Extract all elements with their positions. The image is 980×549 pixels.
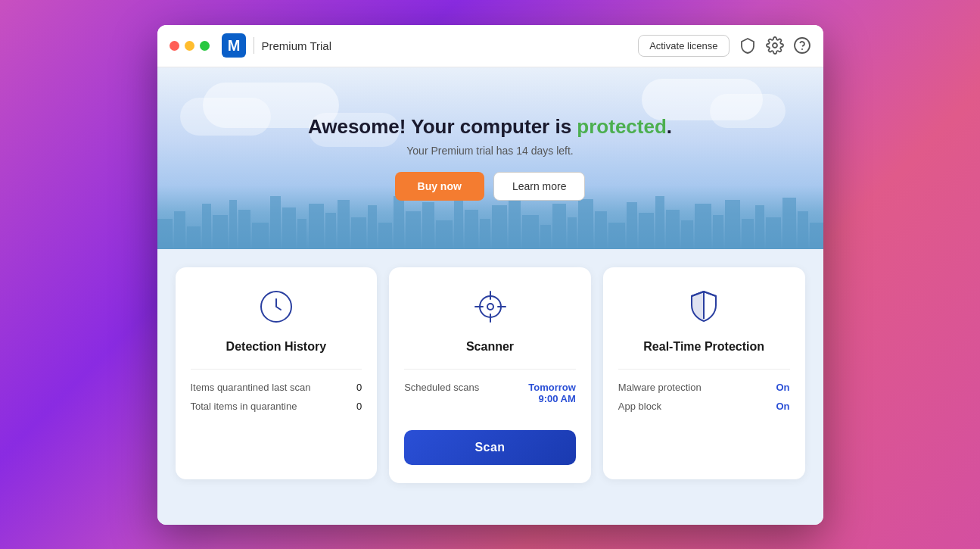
- svg-rect-22: [394, 196, 404, 249]
- protection-divider: [618, 369, 790, 370]
- scheduled-scans-label: Scheduled scans: [404, 382, 479, 404]
- svg-rect-27: [465, 210, 478, 249]
- titlebar: M Premium Trial Activate license: [157, 25, 823, 67]
- svg-rect-29: [492, 205, 507, 249]
- maximize-button[interactable]: [200, 41, 210, 51]
- svg-rect-36: [595, 211, 607, 249]
- learn-more-button[interactable]: Learn more: [493, 172, 586, 201]
- detection-row-1: Items quarantined last scan 0: [191, 382, 362, 393]
- detection-history-title: Detection History: [191, 340, 362, 354]
- protection-title: Real-Time Protection: [618, 340, 790, 354]
- svg-rect-42: [681, 220, 693, 249]
- svg-rect-35: [578, 199, 593, 249]
- svg-rect-19: [351, 217, 366, 249]
- svg-rect-30: [509, 198, 521, 249]
- svg-rect-9: [213, 215, 228, 249]
- scanner-divider: [404, 369, 576, 370]
- traffic-lights: [170, 41, 210, 51]
- hero-buttons: Buy now Learn more: [395, 172, 586, 201]
- close-button[interactable]: [170, 41, 179, 51]
- svg-rect-16: [309, 204, 324, 249]
- crosshair-icon: [469, 285, 512, 328]
- svg-rect-44: [713, 215, 723, 249]
- cards-section: Detection History Items quarantined last…: [157, 249, 823, 525]
- svg-rect-41: [666, 210, 680, 249]
- help-icon[interactable]: [793, 36, 811, 55]
- svg-rect-40: [655, 196, 664, 249]
- svg-text:M: M: [227, 37, 240, 54]
- scan-button[interactable]: Scan: [404, 430, 576, 465]
- app-title: Premium Trial: [262, 39, 332, 52]
- logo-divider: [254, 37, 254, 54]
- protection-appblock-row: App block On: [618, 401, 790, 412]
- svg-rect-48: [766, 217, 781, 249]
- clock-icon: [255, 285, 297, 328]
- scanner-scheduled-row: Scheduled scans Tomorrow9:00 AM: [404, 382, 576, 404]
- svg-rect-12: [252, 223, 269, 249]
- svg-rect-51: [810, 223, 823, 249]
- scheduled-scans-value: Tomorrow9:00 AM: [528, 382, 576, 404]
- svg-rect-32: [540, 225, 551, 249]
- protection-malware-row: Malware protection On: [618, 382, 790, 393]
- svg-rect-13: [270, 196, 281, 249]
- svg-rect-25: [436, 220, 453, 249]
- detection-divider: [191, 369, 362, 370]
- svg-rect-34: [568, 217, 577, 249]
- protection-shield-icon: [683, 285, 725, 328]
- buy-now-button[interactable]: Buy now: [395, 172, 484, 201]
- svg-point-2: [773, 43, 777, 48]
- scanner-card: Scanner Scheduled scans Tomorrow9:00 AM …: [389, 267, 591, 483]
- svg-rect-24: [422, 202, 434, 249]
- activate-license-button[interactable]: Activate license: [638, 35, 729, 57]
- svg-rect-47: [755, 205, 764, 249]
- logo-area: M Premium Trial: [222, 33, 332, 58]
- protection-card: Real-Time Protection Malware protection …: [603, 267, 805, 479]
- main-window: M Premium Trial Activate license: [157, 25, 823, 525]
- svg-rect-38: [627, 202, 637, 249]
- svg-rect-33: [552, 204, 566, 249]
- settings-icon[interactable]: [766, 36, 784, 55]
- svg-rect-23: [406, 211, 421, 249]
- svg-rect-45: [725, 200, 740, 249]
- svg-rect-20: [368, 205, 377, 249]
- svg-rect-5: [157, 219, 173, 249]
- svg-rect-39: [639, 213, 654, 249]
- svg-rect-6: [174, 211, 185, 249]
- svg-rect-37: [608, 223, 625, 249]
- svg-rect-21: [378, 223, 392, 249]
- svg-rect-11: [238, 210, 250, 249]
- app-logo: M: [222, 33, 246, 58]
- svg-rect-8: [202, 204, 211, 249]
- hero-title: Awesome! Your computer is protected.: [308, 115, 672, 139]
- scanner-title: Scanner: [404, 340, 576, 354]
- svg-rect-46: [742, 219, 754, 249]
- shield-icon[interactable]: [739, 36, 757, 55]
- svg-rect-26: [454, 195, 463, 249]
- svg-rect-31: [522, 215, 539, 249]
- minimize-button[interactable]: [185, 41, 194, 51]
- svg-rect-15: [297, 219, 306, 249]
- svg-rect-14: [282, 207, 296, 249]
- svg-point-54: [487, 304, 493, 310]
- svg-rect-10: [229, 200, 237, 249]
- hero-subtitle: Your Premium trial has 14 days left.: [406, 145, 573, 157]
- detection-history-card: Detection History Items quarantined last…: [176, 267, 378, 479]
- svg-rect-18: [338, 200, 350, 249]
- svg-rect-28: [480, 219, 490, 249]
- svg-rect-49: [782, 198, 796, 249]
- svg-rect-50: [798, 211, 808, 249]
- svg-point-3: [795, 38, 810, 53]
- detection-row-2: Total items in quarantine 0: [191, 401, 362, 412]
- hero-section: Awesome! Your computer is protected. You…: [157, 67, 823, 249]
- svg-rect-7: [187, 226, 201, 249]
- titlebar-actions: Activate license: [638, 35, 810, 57]
- svg-rect-17: [325, 213, 336, 249]
- svg-rect-43: [695, 204, 711, 249]
